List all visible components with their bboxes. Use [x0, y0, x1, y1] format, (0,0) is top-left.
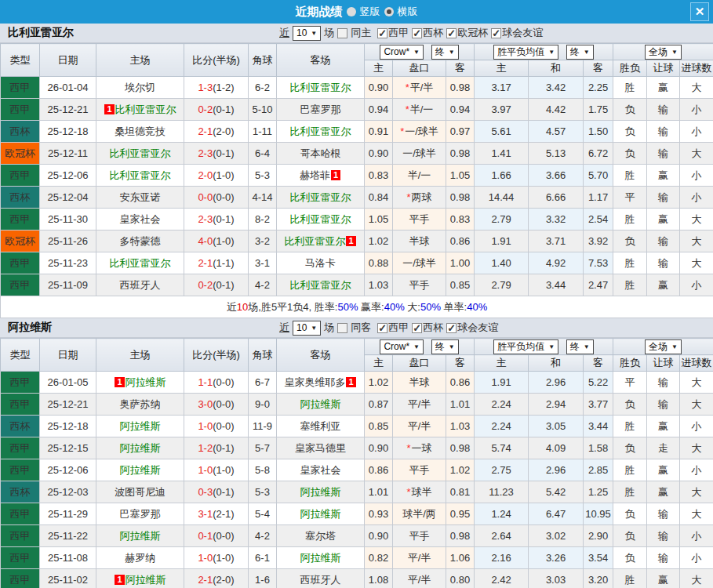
wdl-result: 胜 [613, 165, 647, 187]
scope-select[interactable]: 全场 [645, 339, 682, 354]
match-date: 25-11-08 [40, 547, 96, 569]
match-row: 西杯25-12-03波图哥尼迪0-3(0-1)5-3阿拉维斯1.01*球半0.8… [1, 481, 713, 503]
result-scope-header: 全场 [613, 339, 713, 355]
odds-final-select[interactable]: 终 [431, 45, 459, 60]
titlebar: 近期战绩 竖版 横版 ✕ [0, 0, 713, 24]
wdl-result: 负 [613, 230, 647, 252]
handicap-text: 平/半 [408, 552, 431, 564]
avg-odds-select[interactable]: 胜平负均值 [493, 339, 558, 354]
handicap-home-odds: 0.90 [365, 143, 393, 165]
match-date: 25-11-26 [40, 230, 96, 252]
match-row: 欧冠杯25-12-11比利亚雷亚尔2-3(0-1)6-4哥本哈根0.90一/球半… [1, 143, 713, 165]
match-type-badge: 西杯 [1, 187, 40, 209]
handicap-home-odds: 0.87 [365, 394, 393, 416]
same-venue-checkbox[interactable] [337, 323, 347, 333]
away-team-name: 阿拉维斯 [300, 552, 341, 564]
subheader-odds-home: 主 [365, 355, 393, 372]
avg-loss-odds: 5.22 [584, 372, 613, 394]
league-label: 球会友谊 [457, 321, 498, 335]
away-team: 阿拉维斯 [277, 547, 365, 569]
avg-odds-select[interactable]: 胜平负均值 [493, 45, 558, 60]
corner-stat: 1-6 [249, 569, 277, 588]
avg-win-odds: 2.79 [475, 274, 529, 296]
match-date: 25-11-23 [40, 252, 96, 274]
league-checkbox[interactable] [412, 323, 422, 333]
handicap-result: 输 [647, 372, 680, 394]
handicap-text: 两球 [412, 191, 432, 203]
odds-final-select[interactable]: 终 [431, 339, 459, 354]
layout-radio-horizontal-label[interactable]: 横版 [398, 5, 418, 19]
avg-draw-odds: 3.26 [529, 547, 584, 569]
match-type-badge: 西甲 [1, 209, 40, 230]
handicap-line: 球半/两 [393, 503, 446, 525]
match-date: 25-12-18 [40, 416, 96, 437]
goals-result: 大 [680, 503, 713, 525]
match-count-select[interactable]: 10 [293, 321, 321, 336]
handicap-away-odds: 1.05 [446, 165, 475, 187]
corner-stat: 5-8 [249, 459, 277, 481]
scope-select[interactable]: 全场 [645, 45, 682, 60]
league-checkbox[interactable] [446, 323, 457, 333]
wdl-result: 胜 [613, 416, 647, 437]
halftime-score: (0-1) [213, 147, 234, 159]
corner-stat: 9-0 [249, 394, 277, 416]
goals-result: 小 [680, 165, 713, 187]
match-count-select[interactable]: 10 [293, 26, 321, 41]
match-row: 西甲26-01-04埃尔切1-3(1-2)6-2比利亚雷亚尔0.90*平/半0.… [1, 77, 713, 99]
avg-loss-odds: 1.17 [584, 187, 613, 209]
odds-source-select[interactable]: Crow* [380, 339, 424, 354]
in-play-star: * [406, 442, 410, 454]
avg-win-odds: 5.74 [475, 437, 529, 459]
match-date: 25-12-06 [40, 459, 96, 481]
handicap-result: 赢 [647, 274, 680, 296]
home-team-name: 阿拉维斯 [120, 420, 161, 432]
fulltime-score: 3-1 [198, 508, 213, 520]
layout-radio-horizontal[interactable] [384, 7, 394, 16]
avg-final-select[interactable]: 终 [566, 45, 594, 60]
league-checkbox[interactable] [377, 28, 387, 38]
layout-radio-vertical[interactable] [347, 7, 356, 16]
handicap-result: 输 [647, 121, 680, 143]
match-type-badge: 西甲 [1, 165, 40, 187]
match-date: 25-12-21 [40, 99, 96, 121]
avg-final-select[interactable]: 终 [566, 339, 594, 354]
handicap-text: 一/球半 [402, 147, 436, 159]
handicap-result: 输 [647, 99, 680, 121]
league-checkbox[interactable] [446, 28, 457, 38]
avg-win-odds: 2.64 [475, 525, 529, 547]
score-cell: 0-1(0-0) [184, 525, 249, 547]
match-row: 西甲25-12-06比利亚雷亚尔2-0(1-0)5-3赫塔菲10.83半/一1.… [1, 165, 713, 187]
odds-source-select[interactable]: Crow* [380, 45, 424, 60]
close-icon[interactable]: ✕ [690, 2, 709, 21]
halftime-score: (0-0) [213, 191, 234, 203]
team-name: 比利亚雷亚尔 [8, 26, 74, 40]
avg-win-odds: 1.66 [475, 165, 529, 187]
halftime-score: (1-0) [213, 169, 234, 181]
avg-win-odds: 14.44 [475, 187, 529, 209]
handicap-home-odds: 1.03 [365, 274, 393, 296]
subheader-avg-loss: 客 [584, 60, 613, 77]
match-date: 26-01-04 [40, 77, 96, 99]
match-type-badge: 西甲 [1, 99, 40, 121]
avg-loss-odds: 6.72 [584, 143, 613, 165]
corner-stat: 1-11 [249, 121, 277, 143]
score-cell: 0-3(0-1) [184, 481, 249, 503]
away-team: 比利亚雷亚尔 [277, 274, 365, 296]
avg-draw-odds: 3.02 [529, 525, 584, 547]
avg-win-odds: 1.24 [475, 503, 529, 525]
match-row: 西甲25-11-09西班牙人0-2(0-1)4-2比利亚雷亚尔1.03平手0.8… [1, 274, 713, 296]
handicap-line: *一/球半 [393, 121, 446, 143]
avg-loss-odds: 1.50 [584, 121, 613, 143]
league-checkbox[interactable] [491, 28, 501, 38]
league-checkbox[interactable] [377, 323, 387, 333]
avg-loss-odds: 7.53 [584, 252, 613, 274]
handicap-line: 半/一 [393, 165, 446, 187]
league-checkbox[interactable] [412, 28, 422, 38]
handicap-home-odds: 0.86 [365, 459, 393, 481]
same-venue-checkbox[interactable] [337, 28, 347, 38]
subheader-goals: 进球数 [680, 355, 713, 372]
layout-radio-vertical-label[interactable]: 竖版 [360, 5, 380, 19]
handicap-result: 输 [647, 143, 680, 165]
handicap-text: 平/半 [408, 574, 431, 586]
home-team-name: 阿拉维斯 [120, 442, 161, 454]
